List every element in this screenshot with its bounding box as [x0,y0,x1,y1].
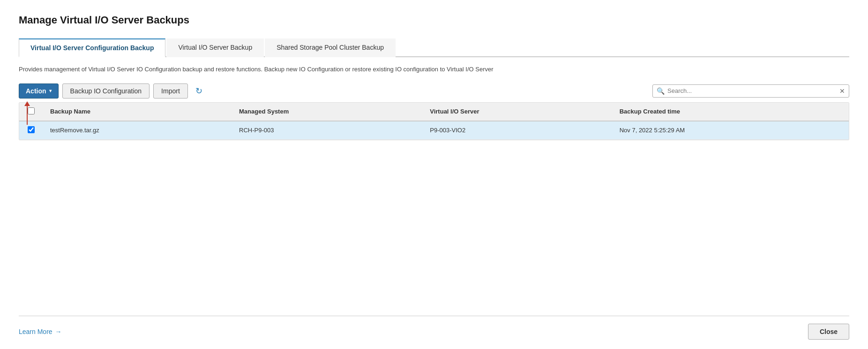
tab-config-backup[interactable]: Virtual I/O Server Configuration Backup [19,38,165,57]
action-caret-icon: ▾ [49,88,52,93]
tab-description: Provides management of Virtual I/O Serve… [19,65,534,74]
close-button[interactable]: Close [808,324,849,340]
search-container: 🔍 ✕ [652,84,849,98]
search-input[interactable] [667,87,837,94]
clear-search-button[interactable]: ✕ [839,87,845,95]
row-checkbox[interactable] [28,126,35,133]
table-row: testRemove.tar.gz RCH-P9-003 P9-003-VIO2… [19,121,849,140]
table-header-row: Backup Name Managed System Virtual I/O S… [19,103,849,121]
col-backup-created-time: Backup Created time [612,103,849,121]
row-backup-name: testRemove.tar.gz [43,121,232,140]
learn-more-label: Learn More [19,328,52,335]
tab-vios-backup[interactable]: Virtual I/O Server Backup [166,38,264,57]
footer: Learn More → Close [19,316,849,340]
refresh-button[interactable]: ↻ [192,84,206,98]
import-button[interactable]: Import [153,83,188,99]
col-select [19,103,43,121]
toolbar: Action ▾ Backup IO Configuration Import … [19,83,849,99]
arrow-head [24,101,30,106]
col-managed-system: Managed System [232,103,422,121]
table-wrapper: Backup Name Managed System Virtual I/O S… [19,102,849,140]
row-backup-created-time: Nov 7, 2022 5:25:29 AM [612,121,849,140]
learn-more-arrow-icon: → [55,328,62,335]
action-button-label: Action [26,87,46,95]
col-backup-name: Backup Name [43,103,232,121]
refresh-icon: ↻ [195,86,202,96]
action-button[interactable]: Action ▾ [19,83,59,99]
tabs-container: Virtual I/O Server Configuration Backup … [19,38,849,57]
backups-table: Backup Name Managed System Virtual I/O S… [19,103,849,140]
arrow-line [27,106,28,125]
row-managed-system: RCH-P9-003 [232,121,422,140]
row-virtual-io-server: P9-003-VIO2 [422,121,612,140]
arrow-annotation [24,101,30,125]
row-select-cell[interactable] [19,121,43,140]
backup-io-config-button[interactable]: Backup IO Configuration [62,83,150,99]
col-virtual-io-server: Virtual I/O Server [422,103,612,121]
tab-ssp-backup[interactable]: Shared Storage Pool Cluster Backup [265,38,396,57]
learn-more-link[interactable]: Learn More → [19,328,62,335]
search-icon: 🔍 [657,87,665,95]
page-title: Manage Virtual I/O Server Backups [19,14,849,26]
